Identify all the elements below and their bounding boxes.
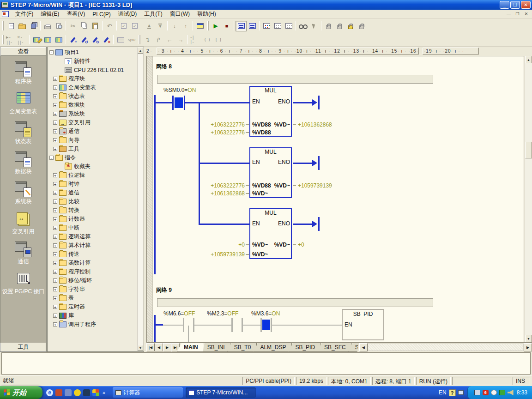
line-left-button[interactable]: ← xyxy=(164,35,175,45)
toolbar-grip[interactable] xyxy=(2,21,4,30)
sidebar-item-cross-reference[interactable]: 交叉引用 xyxy=(1,212,46,235)
editor-vertical-scrollbar[interactable]: ▲ ▼ xyxy=(525,56,532,342)
symbolic-addressing-button[interactable]: sym xyxy=(126,35,137,45)
task-button-calculator[interactable]: 计算器 xyxy=(113,387,183,398)
expand-toggle[interactable] xyxy=(53,191,57,195)
sidebar-item-program-block[interactable]: 程序块 xyxy=(1,61,46,85)
coil-button[interactable]: -( ) xyxy=(200,35,212,45)
tree-item-project[interactable]: 项目1 xyxy=(48,48,137,57)
ie-icon[interactable]: e xyxy=(46,389,53,396)
print-button[interactable] xyxy=(42,21,53,31)
tree-item-program-block[interactable]: 程序块 xyxy=(48,74,137,83)
expand-toggle[interactable] xyxy=(53,287,57,291)
tab-main[interactable]: MAIN xyxy=(177,343,204,352)
address-grid-button[interactable] xyxy=(53,35,64,45)
print-preview-button[interactable] xyxy=(53,21,64,31)
expand-toggle[interactable] xyxy=(53,278,57,283)
start-button[interactable]: 开始 xyxy=(0,386,42,399)
stop-button[interactable]: ■ xyxy=(221,21,232,31)
toolbar-grip[interactable] xyxy=(139,35,140,44)
expand-toggle[interactable] xyxy=(53,103,57,107)
tools-bar-header[interactable]: 工具 xyxy=(0,343,46,351)
expand-toggle[interactable] xyxy=(53,252,57,256)
mdi-close-button[interactable]: ✕ xyxy=(522,11,530,18)
unforce-all-button[interactable] xyxy=(356,21,367,31)
tree-item-arithmetic[interactable]: 算术计算 xyxy=(48,241,137,250)
expand-toggle[interactable] xyxy=(53,217,57,221)
hscroll-right-arrow[interactable]: ▶ xyxy=(524,343,532,351)
glasses-button[interactable] xyxy=(297,21,308,31)
delete-network-button[interactable] xyxy=(101,35,112,45)
tree-item-logic-operations[interactable]: 逻辑运算 xyxy=(48,232,137,241)
tree-item-instructions[interactable]: 指令 xyxy=(48,153,137,162)
tree-item-communications-instr[interactable]: 通信 xyxy=(48,188,137,197)
expand-toggle[interactable] xyxy=(53,147,57,151)
delete-element-button[interactable]: ×-||- xyxy=(17,35,28,45)
next-tab-button[interactable]: ▶ xyxy=(163,343,171,351)
paste-button[interactable] xyxy=(90,21,101,31)
tree-item-whats-new[interactable]: 新特性 xyxy=(48,57,137,66)
menu-view[interactable]: 查看(V) xyxy=(63,9,89,19)
hscroll-left-arrow[interactable]: ◀ xyxy=(359,343,368,351)
media-player-icon[interactable] xyxy=(65,389,72,396)
undo-network-button[interactable] xyxy=(79,35,90,45)
network-9-comment[interactable] xyxy=(157,298,433,307)
cut-button[interactable]: ✂ xyxy=(67,21,79,31)
sort-ascending-button[interactable]: ↓ xyxy=(169,21,180,31)
menu-window[interactable]: 窗口(W) xyxy=(166,9,193,19)
collapse-toggle[interactable] xyxy=(49,50,54,54)
line-down-button[interactable]: ↴ xyxy=(142,35,153,45)
select-pointer-button[interactable] xyxy=(308,21,320,31)
table-dropdown-button[interactable] xyxy=(115,35,126,45)
tree-item-system-block[interactable]: 系统块 xyxy=(48,109,137,118)
menu-file[interactable]: 文件(F) xyxy=(12,9,37,19)
expand-toggle[interactable] xyxy=(53,270,57,274)
expand-toggle[interactable] xyxy=(53,261,57,265)
expand-toggle[interactable] xyxy=(53,173,57,177)
expand-toggle[interactable] xyxy=(53,200,57,204)
download-button[interactable]: ▼ xyxy=(155,21,166,31)
expand-toggle[interactable] xyxy=(53,112,57,116)
new-button[interactable] xyxy=(6,21,17,31)
close-button[interactable]: ✕ xyxy=(521,1,531,9)
expand-toggle[interactable] xyxy=(53,296,57,300)
taskbar-clock[interactable]: 8:33 xyxy=(517,389,527,396)
redo-network-button[interactable] xyxy=(90,35,101,45)
tree-item-compare[interactable]: 比较 xyxy=(48,197,137,206)
open-button[interactable] xyxy=(17,21,28,31)
chevron-icon[interactable]: » xyxy=(102,390,106,395)
view-bar-header[interactable]: 查看 xyxy=(0,47,46,56)
sidebar-item-set-pg-pc-interface[interactable]: 设置 PG/PC 接口 xyxy=(1,272,46,295)
scroll-down-arrow[interactable]: ▼ xyxy=(138,345,143,351)
symbol-table-apply-button[interactable] xyxy=(42,35,53,45)
tree-item-status-table[interactable]: 状态表 xyxy=(48,92,137,101)
mdi-restore-button[interactable]: ❐ xyxy=(514,11,521,18)
line-up-button[interactable]: ↱ xyxy=(153,35,164,45)
symbol-table-edit-button[interactable] xyxy=(31,35,42,45)
expand-toggle[interactable] xyxy=(53,182,57,186)
tree-item-libraries[interactable]: 库 xyxy=(48,311,137,320)
tray-green-app-icon[interactable] xyxy=(499,390,505,395)
tree-item-convert[interactable]: 转换 xyxy=(48,206,137,215)
tree-item-cpu[interactable]: CPU 226 REL 02.01 xyxy=(48,66,137,74)
restore-button[interactable]: ❐ xyxy=(510,1,520,9)
bird-icon[interactable] xyxy=(74,389,81,396)
expand-toggle[interactable] xyxy=(53,121,57,125)
force-all-button[interactable] xyxy=(345,21,356,31)
first-tab-button[interactable]: |◀ xyxy=(146,343,155,351)
scroll-down-arrow[interactable]: ▼ xyxy=(525,335,532,342)
sidebar-item-communications[interactable]: 通信 xyxy=(1,242,46,265)
tree-item-move[interactable]: 传送 xyxy=(48,250,137,259)
tab-sb-ini[interactable]: SB_INI xyxy=(200,343,231,352)
tree-item-timers[interactable]: 定时器 xyxy=(48,302,137,311)
language-bar-restore-icon[interactable] xyxy=(458,390,464,395)
expand-toggle[interactable] xyxy=(53,305,57,309)
tree-item-favorites[interactable]: 收藏夹 xyxy=(48,162,137,171)
expand-toggle[interactable] xyxy=(53,94,57,98)
tree-item-string[interactable]: 字符串 xyxy=(48,285,137,294)
run-button[interactable]: ▶ xyxy=(210,21,221,31)
expand-toggle[interactable] xyxy=(53,138,57,142)
tree-item-tools[interactable]: 工具 xyxy=(48,145,137,153)
program-status-button[interactable] xyxy=(236,21,247,31)
tree-item-data-block[interactable]: 数据块 xyxy=(48,101,137,109)
